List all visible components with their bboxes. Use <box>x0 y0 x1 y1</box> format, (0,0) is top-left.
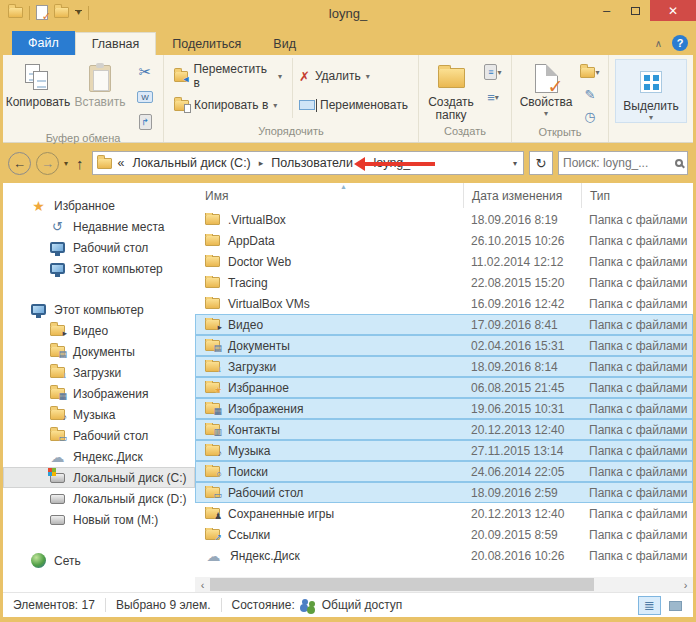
close-button[interactable]: ✕ <box>650 0 696 21</box>
collapse-ribbon-icon[interactable]: ∧ <box>655 38 662 49</box>
star-icon: ★ <box>32 198 45 214</box>
pictures-folder-icon: ▦ <box>50 388 65 399</box>
column-header-name[interactable]: Имя <box>195 189 463 203</box>
open-button[interactable]: ▾ <box>578 62 602 82</box>
table-row[interactable]: ▥Контакты20.12.2013 12:40Папка с файлами <box>195 419 693 440</box>
minimize-button[interactable]: – <box>592 0 621 21</box>
up-button[interactable]: ↑ <box>73 155 87 172</box>
sidebar-item-music[interactable]: ♪Музыка <box>3 404 195 425</box>
table-row[interactable]: ↓Загрузки18.09.2016 8:14Папка с файлами <box>195 356 693 377</box>
downloads-folder-icon: ↓ <box>50 367 65 378</box>
move-to-button[interactable]: ◄ Переместить в▾ <box>168 63 288 89</box>
thumbnails-view-button[interactable] <box>664 596 687 615</box>
table-row[interactable]: ♟Сохраненные игры20.12.2013 12:40Папка с… <box>195 503 693 524</box>
tab-home[interactable]: Главная <box>75 32 157 55</box>
pictures-folder-icon: ▦ <box>205 403 220 414</box>
address-dropdown-icon[interactable]: ▾ <box>513 159 519 168</box>
new-item-button[interactable]: ≡▾ <box>481 62 505 82</box>
sidebar-item-documents[interactable]: ▤Документы <box>3 341 195 362</box>
sidebar-item-desktop-folder[interactable]: ▭Рабочий стол <box>3 425 195 446</box>
tab-view[interactable]: Вид <box>257 33 312 55</box>
sidebar-item-network[interactable]: Сеть <box>3 550 195 571</box>
sidebar-item-downloads[interactable]: ↓Загрузки <box>3 362 195 383</box>
table-row[interactable]: ↗Ссылки20.09.2015 8:59Папка с файлами <box>195 524 693 545</box>
recent-places-icon: ↺ <box>52 219 63 234</box>
sidebar-item-videos[interactable]: ▸Видео <box>3 320 195 341</box>
sidebar-item-local-disk-c[interactable]: Локальный диск (C:) <box>3 467 195 488</box>
searches-folder-icon: ○ <box>205 466 220 477</box>
sidebar-item-this-pc[interactable]: Этот компьютер <box>3 258 195 279</box>
table-row[interactable]: Doctor Web11.02.2014 12:12Папка с файлам… <box>195 251 693 272</box>
table-row[interactable]: ★Избранное06.08.2015 21:45Папка с файлам… <box>195 377 693 398</box>
table-row[interactable]: AppData26.10.2015 10:26Папка с файлами <box>195 230 693 251</box>
items-count: Элементов: 17 <box>13 598 95 612</box>
table-row[interactable]: ▭Рабочий стол18.09.2016 2:59Папка с файл… <box>195 482 693 503</box>
ribbon-group-select: Выделить ▾ <box>609 55 693 142</box>
scrollbar-thumb[interactable] <box>210 578 594 591</box>
scrollbar-track[interactable] <box>210 577 678 592</box>
sidebar-item-yandex-disk[interactable]: ☁Яндекс.Диск <box>3 446 195 467</box>
refresh-button[interactable]: ↻ <box>529 151 553 175</box>
paste-button[interactable]: Вставить <box>69 58 131 109</box>
delete-button[interactable]: ✗ Удалить▾ <box>293 63 414 89</box>
column-header-date[interactable]: Дата изменения <box>463 183 581 208</box>
copy-to-button[interactable]: Копировать в▾ <box>168 92 288 118</box>
breadcrumb-segment[interactable]: Локальный диск (C:) <box>130 156 252 170</box>
table-row[interactable]: ▸Видео17.09.2016 8:41Папка с файлами <box>195 314 693 335</box>
breadcrumb-segment[interactable]: Пользователи <box>269 156 355 170</box>
table-row[interactable]: ☁Яндекс.Диск20.08.2016 10:26Папка с файл… <box>195 545 693 566</box>
state-value: Общий доступ <box>322 598 403 612</box>
new-folder-button[interactable]: Создать папку <box>423 58 479 122</box>
sidebar-item-new-volume-m[interactable]: Новый том (M:) <box>3 509 195 530</box>
table-row[interactable]: .VirtualBox18.09.2016 8:19Папка с файлам… <box>195 209 693 230</box>
sidebar-item-favorites[interactable]: ★Избранное <box>3 195 195 216</box>
paste-shortcut-button[interactable]: ↱ <box>133 112 157 132</box>
address-bar[interactable]: « Локальный диск (C:) ▸ Пользователи ▸ l… <box>92 151 524 175</box>
column-header-type[interactable]: Тип <box>581 183 693 208</box>
back-button[interactable]: ← <box>8 152 31 175</box>
table-row[interactable]: ▦Изображения19.06.2015 10:31Папка с файл… <box>195 398 693 419</box>
delete-icon: ✗ <box>299 69 310 84</box>
easy-access-button[interactable]: ≡▾ <box>481 87 505 107</box>
search-input[interactable] <box>563 156 675 170</box>
properties-button[interactable]: ✓ Свойства ▾ <box>516 58 576 118</box>
edit-icon: ✎ <box>585 87 596 102</box>
sidebar-item-local-disk-d[interactable]: Локальный диск (D:) <box>3 488 195 509</box>
help-icon[interactable]: ? <box>672 35 688 51</box>
scroll-left-icon[interactable]: ‹ <box>195 579 210 591</box>
history-button[interactable]: ◷ <box>578 106 602 126</box>
new-folder-icon <box>438 68 465 88</box>
select-button[interactable]: Выделить ▾ <box>620 62 682 122</box>
tab-share[interactable]: Поделиться <box>156 33 257 55</box>
status-bar: Элементов: 17 Выбрано 9 элем. Состояние:… <box>3 592 693 617</box>
table-row[interactable]: Tracing22.08.2015 15:20Папка с файлами <box>195 272 693 293</box>
yandex-disk-icon: ☁ <box>205 548 222 564</box>
table-row[interactable]: ♪Музыка27.11.2015 13:14Папка с файлами <box>195 440 693 461</box>
history-dropdown-icon[interactable]: ▾ <box>64 159 68 168</box>
rename-button[interactable]: Переименовать <box>293 92 414 118</box>
horizontal-scrollbar[interactable]: ‹ › <box>195 577 693 592</box>
maximize-button[interactable] <box>621 0 650 21</box>
title-bar: ✓ ▾ loyng_ – ✕ <box>0 0 696 30</box>
edit-button[interactable]: ✎ <box>578 84 602 104</box>
table-row[interactable]: ○Поиски24.06.2014 22:05Папка с файлами <box>195 461 693 482</box>
cut-button[interactable]: ✂ <box>133 62 157 82</box>
copy-path-button[interactable]: W <box>133 87 157 107</box>
copy-button[interactable]: Копировать <box>7 58 69 109</box>
tab-file[interactable]: Файл <box>12 31 75 55</box>
sidebar-item-desktop[interactable]: Рабочий стол <box>3 237 195 258</box>
forward-button[interactable]: → <box>36 152 59 175</box>
folder-icon <box>205 298 220 309</box>
column-headers: ▲ Имя Дата изменения Тип <box>195 183 693 209</box>
favorites-folder-icon: ★ <box>205 382 220 393</box>
sidebar-item-this-pc[interactable]: Этот компьютер <box>3 299 195 320</box>
sidebar-item-pictures[interactable]: ▦Изображения <box>3 383 195 404</box>
details-view-button[interactable]: ≣ <box>638 596 661 615</box>
documents-folder-icon: ▤ <box>205 340 220 351</box>
sidebar-item-recent-places[interactable]: ↺Недавние места <box>3 216 195 237</box>
table-row[interactable]: VirtualBox VMs16.09.2016 12:42Папка с фа… <box>195 293 693 314</box>
ribbon: Копировать Вставить ✂ W ↱ Буфер обмена ◄ <box>3 55 693 143</box>
ribbon-group-clipboard: Копировать Вставить ✂ W ↱ Буфер обмена <box>3 55 164 142</box>
table-row[interactable]: ▤Документы02.04.2016 15:31Папка с файлам… <box>195 335 693 356</box>
scroll-right-icon[interactable]: › <box>678 579 693 591</box>
